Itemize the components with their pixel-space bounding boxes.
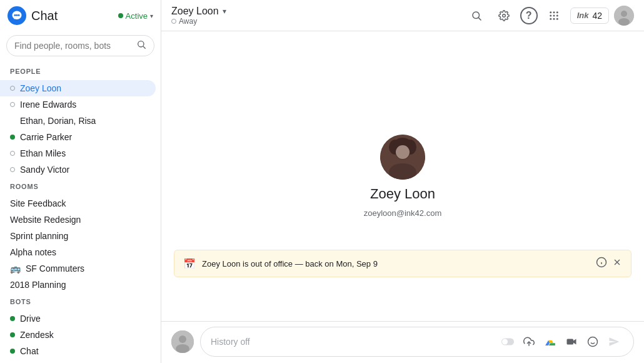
svg-rect-40 [567,339,574,345]
workspace-badge[interactable]: Ink 42 [570,8,609,24]
app-title: Chat [31,9,58,23]
rooms-section: ROOMS [0,178,161,195]
svg-line-6 [143,46,146,49]
contact-name: Zoey Loon [171,6,219,17]
status-dot-icon [118,13,123,18]
room-item-site-feedback[interactable]: Site Feedback [0,195,156,212]
svg-point-9 [502,14,505,17]
drive-button[interactable] [541,332,560,351]
person-name: Ethan Miles [20,148,66,158]
contact-profile: Zoey Loon zoeyloon@ink42.com [364,135,441,218]
history-toggle-button[interactable] [498,332,517,351]
room-item-alpha-notes[interactable]: Alpha notes [0,244,156,260]
search-button[interactable] [465,4,488,27]
input-user-avatar [171,330,194,353]
app-logo-icon [8,6,26,25]
profile-name: Zoey Loon [370,186,435,202]
ooo-info-button[interactable] [596,257,607,270]
header-actions: ? Ink 42 [465,4,634,27]
contact-name-row[interactable]: Zoey Loon ▾ [171,6,226,17]
search-bar[interactable] [6,35,154,56]
rooms-section-label: ROOMS [10,183,151,190]
room-item-sprint-planning[interactable]: Sprint planning [0,228,156,244]
svg-point-12 [556,11,558,13]
status-dot-icon [10,135,15,140]
sidebar-header: Chat Active ▾ [0,0,161,31]
svg-point-41 [588,337,598,347]
status-dot-icon [10,167,15,172]
bot-name: Drive [20,314,41,324]
chat-input-placeholder: History off [211,337,493,347]
status-dot-icon [10,332,15,337]
search-input[interactable] [14,41,131,51]
people-item-sandy-victor[interactable]: Sandy Victor [0,161,156,178]
contact-avatar [380,135,425,180]
svg-point-18 [556,18,558,19]
svg-point-21 [618,18,630,26]
main-header: Zoey Loon ▾ Away ? [161,0,644,31]
chevron-down-icon: ▾ [223,7,226,16]
people-item-carrie-parker[interactable]: Carrie Parker [0,129,156,145]
person-name: Ethan, Dorian, Risa [20,116,96,126]
contact-status: Away [171,17,226,26]
people-section-label: PEOPLE [10,68,151,75]
profile-email: zoeyloon@ink42.com [364,208,441,218]
send-button[interactable] [605,332,623,351]
svg-point-36 [176,344,189,353]
bots-list: Drive Zendesk Chat [0,310,161,359]
chat-body: Zoey Loon zoeyloon@ink42.com 📅 Zoey Loon… [161,31,644,321]
chevron-down-icon: ▾ [150,13,153,19]
chat-input-box[interactable]: History off [200,327,634,357]
bot-name: Chat [20,346,39,356]
room-name: Website Redesign [10,215,81,225]
person-name: Carrie Parker [20,132,72,142]
people-list: Zoey Loon Irene Edwards Ethan, Dorian, R… [0,80,161,178]
svg-point-15 [556,14,558,16]
svg-point-10 [550,11,551,13]
status-dot-icon [10,316,15,321]
svg-point-2 [14,14,16,16]
bot-item-drive[interactable]: Drive [0,310,156,327]
room-name: 2018 Planning [10,280,66,290]
chat-input-area: History off [161,321,644,363]
people-item-group[interactable]: Ethan, Dorian, Risa [0,113,156,129]
people-item-irene-edwards[interactable]: Irene Edwards [0,96,156,113]
svg-point-13 [550,14,551,16]
room-item-sf-commuters[interactable]: 🚌 SF Commuters [0,260,156,277]
bot-item-zendesk[interactable]: Zendesk [0,327,156,343]
workspace-icon: Ink [577,11,589,20]
svg-point-5 [138,41,144,47]
ooo-text: Zoey Loon is out of office — back on Mon… [202,259,590,268]
people-item-zoey-loon[interactable]: Zoey Loon [0,80,156,96]
settings-button[interactable] [493,4,515,27]
ooo-close-button[interactable] [612,257,622,270]
room-item-2018-planning[interactable]: 2018 Planning [0,277,156,293]
status-dot-icon [10,349,15,354]
main-panel: Zoey Loon ▾ Away ? [161,0,644,363]
workspace-count: 42 [592,11,602,21]
svg-point-20 [621,11,627,17]
meet-button[interactable] [562,332,581,351]
apps-button[interactable] [543,4,565,27]
upload-button[interactable] [520,332,538,351]
calendar-icon: 📅 [183,258,196,270]
bots-section: BOTS [0,293,161,310]
person-name: Irene Edwards [20,100,76,110]
bot-item-chat[interactable]: Chat [0,343,156,359]
rooms-list: Site Feedback Website Redesign Sprint pl… [0,195,161,293]
help-button[interactable]: ? [520,7,538,24]
room-item-website-redesign[interactable]: Website Redesign [0,212,156,228]
svg-point-38 [502,339,508,345]
room-emoji-icon: 🚌 [10,263,21,274]
svg-point-4 [18,14,20,16]
status-dot-icon [10,151,15,156]
bot-name: Zendesk [20,330,54,340]
room-name: Sprint planning [10,231,68,241]
user-avatar[interactable] [614,6,634,26]
emoji-button[interactable] [583,332,602,351]
search-icon[interactable] [136,39,146,52]
status-dot-icon [10,102,15,107]
status-badge[interactable]: Active ▾ [118,11,153,21]
people-item-ethan-miles[interactable]: Ethan Miles [0,145,156,161]
svg-point-28 [396,145,410,159]
